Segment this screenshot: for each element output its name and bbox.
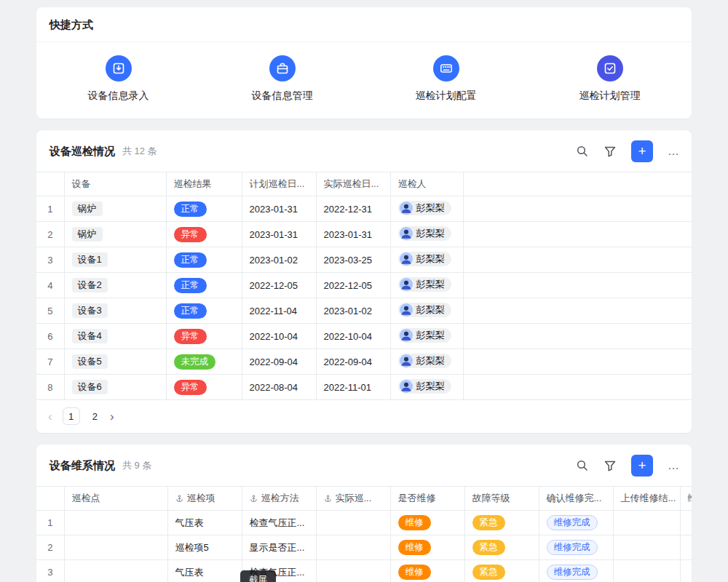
page-1-button[interactable]: 1 xyxy=(63,407,80,425)
actual-date-cell[interactable]: 2023-03-25 xyxy=(316,247,390,273)
filter-icon[interactable] xyxy=(604,459,617,472)
column-result[interactable]: 巡检结果 xyxy=(166,172,242,196)
extra-cell[interactable] xyxy=(680,535,692,560)
result-cell[interactable]: 异常 xyxy=(166,375,242,400)
result-cell[interactable]: 异常 xyxy=(166,222,242,247)
more-icon[interactable]: … xyxy=(668,148,680,155)
level-cell[interactable]: 紧急 xyxy=(464,535,539,560)
repair-cell[interactable]: 维修 xyxy=(390,535,464,560)
column-confirm[interactable]: 确认维修完... xyxy=(539,487,613,511)
actual-date-cell[interactable]: 2022-11-01 xyxy=(316,375,390,400)
maintenance-row[interactable]: 1 气压表 检查气压正... 维修 紧急 维修完成 xyxy=(36,511,692,535)
prev-page-icon[interactable]: ‹ xyxy=(48,410,52,423)
planned-date-cell[interactable]: 2022-12-05 xyxy=(242,273,316,298)
upload-cell[interactable] xyxy=(613,560,680,582)
repair-cell[interactable]: 维修 xyxy=(390,560,464,582)
shortcut-device-manage[interactable]: 设备信息管理 xyxy=(200,55,364,103)
next-page-icon[interactable]: › xyxy=(110,410,114,423)
result-cell[interactable]: 正常 xyxy=(166,247,242,273)
inspector-cell[interactable]: 彭梨梨 xyxy=(390,222,463,247)
inspector-cell[interactable]: 彭梨梨 xyxy=(390,196,463,222)
planned-date-cell[interactable]: 2022-09-04 xyxy=(242,349,316,375)
confirm-cell[interactable]: 维修完成 xyxy=(539,560,613,582)
point-cell[interactable] xyxy=(64,511,167,535)
column-actual-date[interactable]: 实际巡检日... xyxy=(316,172,390,196)
extra-cell[interactable] xyxy=(680,560,692,582)
result-cell[interactable]: 未完成 xyxy=(166,349,242,375)
inspection-row[interactable]: 7 设备5 未完成 2022-09-04 2022-09-04 彭梨梨 xyxy=(36,349,692,375)
filter-icon[interactable] xyxy=(604,145,617,158)
actual-date-cell[interactable]: 2023-01-02 xyxy=(316,298,390,324)
column-device[interactable]: 设备 xyxy=(64,172,166,196)
item-cell[interactable]: 气压表 xyxy=(167,560,242,582)
inspection-row[interactable]: 6 设备4 异常 2022-10-04 2022-10-04 彭梨梨 xyxy=(36,324,692,349)
actual-date-cell[interactable]: 2022-12-05 xyxy=(316,273,390,298)
inspection-row[interactable]: 1 锅炉 正常 2023-01-31 2022-12-31 彭梨梨 xyxy=(36,196,692,222)
result-cell[interactable]: 异常 xyxy=(166,324,242,349)
column-level[interactable]: 故障等级 xyxy=(464,487,539,511)
planned-date-cell[interactable]: 2022-11-04 xyxy=(242,298,316,324)
maintenance-row[interactable]: 3 气压表 检查气压正... 维修 紧急 维修完成 xyxy=(36,560,692,582)
result-cell[interactable]: 正常 xyxy=(166,196,242,222)
point-cell[interactable] xyxy=(64,560,167,582)
device-cell[interactable]: 设备1 xyxy=(64,247,166,273)
planned-date-cell[interactable]: 2023-01-31 xyxy=(242,196,316,222)
device-cell[interactable]: 锅炉 xyxy=(64,222,166,247)
planned-date-cell[interactable]: 2022-10-04 xyxy=(242,324,316,349)
inspector-cell[interactable]: 彭梨梨 xyxy=(390,247,463,273)
inspection-row[interactable]: 4 设备2 正常 2022-12-05 2022-12-05 彭梨梨 xyxy=(36,273,692,298)
inspection-row[interactable]: 5 设备3 正常 2022-11-04 2023-01-02 彭梨梨 xyxy=(36,298,692,324)
device-cell[interactable]: 设备6 xyxy=(64,375,166,400)
actual-cell[interactable] xyxy=(316,535,390,560)
actual-date-cell[interactable]: 2022-09-04 xyxy=(316,349,390,375)
actual-date-cell[interactable]: 2022-10-04 xyxy=(316,324,390,349)
shortcut-plan-config[interactable]: 巡检计划配置 xyxy=(364,55,528,103)
column-extra[interactable]: 维 xyxy=(680,487,692,511)
result-cell[interactable]: 正常 xyxy=(166,298,242,324)
result-cell[interactable]: 正常 xyxy=(166,273,242,298)
device-cell[interactable]: 设备3 xyxy=(64,298,166,324)
search-icon[interactable] xyxy=(576,459,589,472)
inspection-row[interactable]: 8 设备6 异常 2022-08-04 2022-11-01 彭梨梨 xyxy=(36,375,692,400)
inspector-cell[interactable]: 彭梨梨 xyxy=(390,375,463,400)
column-item[interactable]: 巡检项 xyxy=(167,487,242,511)
method-cell[interactable]: 显示是否正... xyxy=(242,535,316,560)
confirm-cell[interactable]: 维修完成 xyxy=(539,535,613,560)
add-record-button[interactable]: + xyxy=(631,455,653,477)
maintenance-row[interactable]: 2 巡检项5 显示是否正... 维修 紧急 维修完成 xyxy=(36,535,692,560)
search-icon[interactable] xyxy=(576,145,589,158)
item-cell[interactable]: 气压表 xyxy=(167,511,242,535)
planned-date-cell[interactable]: 2023-01-31 xyxy=(242,222,316,247)
point-cell[interactable] xyxy=(64,535,167,560)
inspection-row[interactable]: 2 锅炉 异常 2023-01-31 2023-01-31 彭梨梨 xyxy=(36,222,692,247)
column-repair[interactable]: 是否维修 xyxy=(390,487,464,511)
device-cell[interactable]: 锅炉 xyxy=(64,196,166,222)
planned-date-cell[interactable]: 2023-01-02 xyxy=(242,247,316,273)
inspector-cell[interactable]: 彭梨梨 xyxy=(390,324,463,349)
item-cell[interactable]: 巡检项5 xyxy=(167,535,242,560)
actual-cell[interactable] xyxy=(316,511,390,535)
inspector-cell[interactable]: 彭梨梨 xyxy=(390,273,463,298)
level-cell[interactable]: 紧急 xyxy=(464,560,539,582)
extra-cell[interactable] xyxy=(680,511,692,535)
repair-cell[interactable]: 维修 xyxy=(390,511,464,535)
actual-date-cell[interactable]: 2022-12-31 xyxy=(316,196,390,222)
page-2-button[interactable]: 2 xyxy=(90,411,100,422)
actual-date-cell[interactable]: 2023-01-31 xyxy=(316,222,390,247)
column-method[interactable]: 巡检方法 xyxy=(242,487,316,511)
upload-cell[interactable] xyxy=(613,511,680,535)
more-icon[interactable]: … xyxy=(668,462,680,469)
inspector-cell[interactable]: 彭梨梨 xyxy=(390,349,463,375)
column-point[interactable]: 巡检点 xyxy=(64,487,167,511)
add-record-button[interactable]: + xyxy=(631,140,653,162)
shortcut-plan-manage[interactable]: 巡检计划管理 xyxy=(528,55,692,103)
inspection-row[interactable]: 3 设备1 正常 2023-01-02 2023-03-25 彭梨梨 xyxy=(36,247,692,273)
column-inspector[interactable]: 巡检人 xyxy=(390,172,463,196)
column-actual[interactable]: 实际巡... xyxy=(316,487,390,511)
planned-date-cell[interactable]: 2022-08-04 xyxy=(242,375,316,400)
method-cell[interactable]: 检查气压正... xyxy=(242,511,316,535)
inspector-cell[interactable]: 彭梨梨 xyxy=(390,298,463,324)
device-cell[interactable]: 设备5 xyxy=(64,349,166,375)
device-cell[interactable]: 设备2 xyxy=(64,273,166,298)
shortcut-device-entry[interactable]: 设备信息录入 xyxy=(36,55,200,103)
